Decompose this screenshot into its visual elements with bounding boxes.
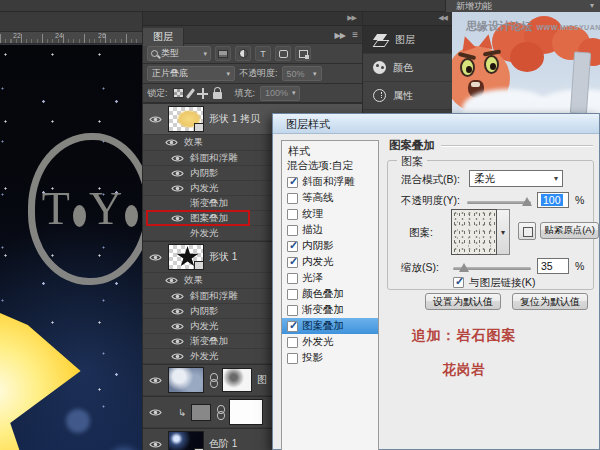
style-list-item[interactable]: ✓ 斜面和浮雕 — [282, 174, 378, 190]
watermark-logo-ring: T Y — [28, 133, 142, 285]
fill-field[interactable]: 100% ▾ — [260, 86, 300, 101]
filter-type-select[interactable]: 类型 ▾ — [147, 46, 211, 61]
lock-position-icon[interactable] — [197, 88, 208, 99]
lock-transparency-icon[interactable] — [173, 88, 184, 98]
new-pattern-preset-button[interactable] — [518, 222, 536, 240]
opacity-slider[interactable] — [467, 201, 531, 204]
filter-adjustment-layers-button[interactable] — [235, 46, 251, 61]
blend-mode-select[interactable]: 正片叠底 ▾ — [147, 66, 235, 81]
tab-layers[interactable]: 图层 — [143, 28, 184, 46]
dock-item-layers[interactable]: 图层 — [363, 26, 452, 54]
photoshop-window: 新增功能 ▾ 22 24 26 T Y ▶▶ — [0, 0, 600, 450]
style-checkbox[interactable]: ✓ — [287, 209, 298, 220]
opacity-slider-thumb[interactable] — [522, 197, 532, 206]
blend-mode-label: 混合模式(B): — [401, 173, 460, 187]
workspace-switcher-button[interactable]: 新增功能 ▾ — [445, 0, 600, 12]
style-list-item[interactable]: ✓ 等高线 — [282, 190, 378, 206]
dock-grip[interactable]: ◀◀ — [363, 12, 452, 26]
scale-slider[interactable] — [453, 267, 531, 270]
pattern-picker-arrow[interactable]: ▾ — [497, 209, 510, 255]
dialog-title-bar[interactable]: 图层样式 — [273, 114, 599, 134]
style-list-item[interactable]: ✓ 内阴影 — [282, 238, 378, 254]
panel-menu-icon[interactable]: ≡ — [352, 29, 358, 40]
dock-item-properties[interactable]: 属性 — [363, 82, 452, 110]
style-label: 描边 — [302, 223, 323, 237]
style-list-item[interactable]: ✓ 渐变叠加 — [282, 302, 378, 318]
visibility-eye-icon[interactable] — [147, 408, 163, 417]
style-checkbox[interactable]: ✓ — [287, 241, 298, 252]
panel-group-grip[interactable]: ▶▶ — [143, 12, 362, 26]
style-checkbox[interactable]: ✓ — [287, 273, 298, 284]
style-list-item[interactable]: ✓ 外发光 — [282, 334, 378, 350]
collapse-arrows-icon[interactable]: ▶▶ — [335, 31, 345, 40]
visibility-eye-icon[interactable] — [147, 115, 163, 124]
visibility-eye-icon[interactable] — [147, 376, 163, 385]
visibility-eye-icon[interactable] — [147, 253, 163, 262]
panel-tab-bar: 图层 ▶▶ ≡ — [143, 26, 362, 44]
style-checkbox[interactable]: ✓ — [287, 257, 298, 268]
filter-type-layers-button[interactable]: T — [255, 46, 271, 61]
collapse-panel-icon[interactable]: ▶▶ — [347, 14, 356, 22]
scale-slider-thumb[interactable] — [459, 263, 469, 272]
snap-to-origin-button[interactable]: 贴紧原点(A) — [540, 222, 599, 239]
style-checkbox[interactable]: ✓ — [287, 337, 298, 348]
layer-thumbnail[interactable] — [168, 244, 204, 270]
style-list-item[interactable]: ✓ 纹理 — [282, 206, 378, 222]
second-document-canvas[interactable]: 思缘设计论坛 WWW.MISSYUAN.COM — [452, 12, 600, 113]
layer-mask-thumbnail[interactable] — [222, 368, 252, 392]
style-checkbox[interactable]: ✓ — [287, 193, 298, 204]
style-checkbox[interactable]: ✓ — [287, 305, 298, 316]
style-list-item[interactable]: ✓ 光泽 — [282, 270, 378, 286]
link-with-layer-checkbox[interactable] — [453, 277, 464, 288]
filter-shape-layers-button[interactable] — [275, 46, 291, 61]
artwork-night-sky[interactable]: T Y — [0, 45, 142, 450]
style-list-item[interactable]: 混合选项:自定 — [282, 158, 378, 174]
horizontal-ruler[interactable]: 22 24 26 — [0, 32, 142, 44]
dialog-blend-mode-select[interactable]: 柔光 ▾ — [469, 170, 563, 187]
annotation-highlight-box — [146, 210, 250, 226]
layer-thumbnail[interactable] — [168, 367, 204, 393]
visibility-eye-icon[interactable] — [169, 352, 185, 361]
style-checkbox[interactable]: ✓ — [287, 321, 298, 332]
style-list-item[interactable]: ✓ 内发光 — [282, 254, 378, 270]
reset-default-button[interactable]: 复位为默认值 — [512, 293, 588, 310]
style-checkbox[interactable]: ✓ — [287, 353, 298, 364]
style-checkbox[interactable]: ✓ — [287, 289, 298, 300]
set-default-button[interactable]: 设置为默认值 — [425, 293, 501, 310]
layer-filter-row: 类型 ▾ T — [143, 44, 362, 64]
dock-item-color[interactable]: 颜色 — [363, 54, 452, 82]
visibility-eye-icon[interactable] — [169, 229, 185, 238]
visibility-eye-icon[interactable] — [169, 154, 185, 163]
filter-pixel-layers-button[interactable] — [215, 46, 231, 61]
layer-name: 色阶 1 — [209, 437, 237, 450]
visibility-eye-icon[interactable] — [163, 138, 179, 147]
style-checkbox[interactable]: ✓ — [287, 225, 298, 236]
style-checkbox[interactable]: ✓ — [287, 177, 298, 188]
pattern-swatch[interactable] — [451, 209, 497, 255]
layer-mask-thumbnail[interactable] — [229, 399, 263, 425]
visibility-eye-icon[interactable] — [169, 337, 185, 346]
lock-pixels-brush-icon[interactable] — [185, 88, 194, 99]
visibility-eye-icon[interactable] — [163, 276, 179, 285]
visibility-eye-icon[interactable] — [169, 307, 185, 316]
document-canvas[interactable]: 22 24 26 T Y — [0, 12, 142, 450]
visibility-eye-icon[interactable] — [169, 199, 185, 208]
opacity-field[interactable]: 50% ▾ — [282, 66, 322, 81]
style-list-item[interactable]: ✓ 描边 — [282, 222, 378, 238]
style-list-item[interactable]: ✓ 投影 — [282, 350, 378, 366]
scale-value[interactable]: 35 — [537, 258, 569, 274]
style-list-item[interactable]: ✓ 颜色叠加 — [282, 286, 378, 302]
filter-smart-objects-button[interactable] — [295, 46, 311, 61]
style-list-item[interactable]: ✓ 图案叠加 — [282, 318, 378, 334]
visibility-eye-icon[interactable] — [169, 169, 185, 178]
layer-thumbnail[interactable] — [168, 431, 204, 450]
visibility-eye-icon[interactable] — [169, 292, 185, 301]
visibility-eye-icon[interactable] — [169, 322, 185, 331]
visibility-eye-icon[interactable] — [169, 184, 185, 193]
dialog-opacity-value[interactable]: 100 — [537, 192, 569, 208]
lock-all-icon[interactable] — [213, 92, 222, 99]
collapse-dock-icon[interactable]: ◀◀ — [438, 14, 447, 22]
visibility-eye-icon[interactable] — [147, 440, 163, 449]
layer-thumbnail[interactable] — [168, 106, 204, 132]
layer-thumbnail[interactable] — [191, 404, 211, 421]
